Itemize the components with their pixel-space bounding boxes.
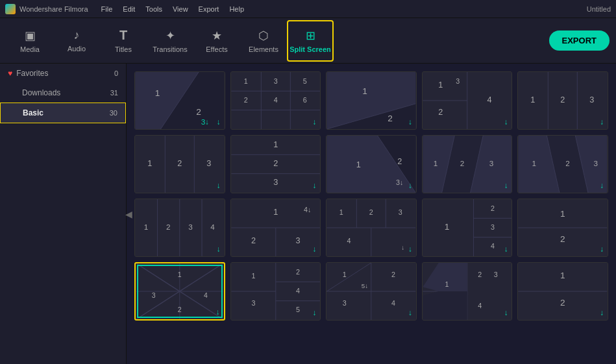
svg-text:3: 3 xyxy=(491,223,495,231)
downloads-label: Downloads xyxy=(22,88,110,97)
grid-row-1: 1 2 3↓ ↓ 1 3 5 2 4 xyxy=(134,71,608,130)
download-icon: ↓ xyxy=(504,117,508,127)
toolbar-media[interactable]: ▣ Media xyxy=(6,20,53,62)
toolbar-titles[interactable]: T Titles xyxy=(100,20,147,62)
svg-text:2: 2 xyxy=(369,208,373,216)
split-card[interactable]: 1 2 3↓ ↓ xyxy=(326,135,417,193)
download-icon: ↓ xyxy=(600,181,604,190)
media-label: Media xyxy=(20,45,40,53)
downloads-count: 31 xyxy=(110,89,118,97)
transitions-icon: ✦ xyxy=(166,29,175,43)
svg-text:3: 3 xyxy=(295,236,300,245)
sidebar: ♥ Favorites 0 Downloads 31 Basic 30 ◀ xyxy=(0,64,127,364)
svg-text:4: 4 xyxy=(296,287,300,295)
split-card[interactable]: 1 2 ↓ xyxy=(517,199,608,257)
svg-text:5↓: 5↓ xyxy=(362,282,368,289)
split-card[interactable]: 1 2 3↓ ↓ xyxy=(134,71,225,130)
split-card[interactable]: 1 2 3 4 5↓ ↓ xyxy=(326,262,417,321)
split-card[interactable]: 1 2 4 3 ↓ xyxy=(422,71,513,130)
svg-text:5: 5 xyxy=(296,306,300,313)
svg-text:2: 2 xyxy=(388,114,393,123)
download-icon: ↓ xyxy=(312,181,316,190)
download-icon: ↓ xyxy=(408,308,412,317)
media-icon: ▣ xyxy=(25,29,36,43)
favorites-count: 0 xyxy=(114,69,118,77)
split-card[interactable]: 1 2 3 ↓ xyxy=(134,135,225,193)
svg-text:3: 3 xyxy=(399,208,402,216)
svg-text:1: 1 xyxy=(339,208,343,216)
split-card[interactable]: 1 2 3 4 ↓ xyxy=(422,262,513,321)
toolbar-elements[interactable]: ⬡ Elements xyxy=(240,20,287,62)
toolbar-split-screen[interactable]: ⊞ Split Screen xyxy=(287,20,334,62)
svg-text:2: 2 xyxy=(243,96,247,104)
app-name: Wondershare Filmora xyxy=(19,5,88,13)
split-card[interactable]: 1 2 3 4 ↓ ↓ xyxy=(326,199,417,257)
split-card[interactable]: 1 2 3 4 ↓ xyxy=(422,199,513,257)
svg-text:3: 3 xyxy=(489,159,493,167)
menu-edit[interactable]: Edit xyxy=(123,5,135,13)
svg-text:2: 2 xyxy=(397,156,402,166)
svg-text:1: 1 xyxy=(251,272,255,280)
effects-label: Effects xyxy=(206,45,227,53)
svg-text:3: 3 xyxy=(343,299,347,307)
menu-view[interactable]: View xyxy=(173,5,188,13)
split-card[interactable]: 1 2 3 4 5 ↓ xyxy=(230,262,321,321)
svg-text:1: 1 xyxy=(178,271,182,278)
svg-text:1: 1 xyxy=(155,88,160,98)
sidebar-item-basic[interactable]: Basic 30 xyxy=(0,103,126,123)
svg-rect-99 xyxy=(423,199,511,256)
svg-text:4: 4 xyxy=(204,291,208,299)
svg-text:3: 3 xyxy=(152,291,156,299)
svg-text:4: 4 xyxy=(478,302,482,309)
split-card-selected[interactable]: 1 3 4 2 ↓ xyxy=(134,262,225,321)
toolbar-transitions[interactable]: ✦ Transitions xyxy=(147,20,193,62)
svg-text:2: 2 xyxy=(296,268,300,276)
audio-icon: ♪ xyxy=(74,29,80,42)
menu-export[interactable]: Export xyxy=(199,5,219,13)
svg-text:2: 2 xyxy=(438,107,443,117)
download-icon: ↓ xyxy=(312,117,316,127)
effects-icon: ★ xyxy=(212,29,222,43)
split-card[interactable]: 1 3 5 2 4 6 ↓ xyxy=(230,71,321,130)
menu-tools[interactable]: Tools xyxy=(145,5,162,13)
sidebar-item-downloads[interactable]: Downloads 31 xyxy=(0,83,126,103)
svg-text:3: 3 xyxy=(494,271,498,278)
download-icon: ↓ xyxy=(504,245,508,254)
split-card[interactable]: 1 2 3 ↓ xyxy=(422,135,513,193)
menu-help[interactable]: Help xyxy=(229,5,244,13)
sidebar-item-favorites[interactable]: ♥ Favorites 0 xyxy=(0,64,126,83)
split-card[interactable]: 1 2 3 4 ↓ xyxy=(134,199,225,257)
split-card[interactable]: 1 2 ↓ xyxy=(326,71,417,130)
collapse-arrow[interactable]: ◀ xyxy=(125,209,132,219)
title-bar: Wondershare Filmora File Edit Tools View… xyxy=(0,0,616,18)
split-card[interactable]: 1 2 3 ↓ xyxy=(230,135,321,193)
toolbar-audio[interactable]: ♪ Audio xyxy=(53,20,100,62)
svg-text:1: 1 xyxy=(356,160,361,169)
split-card[interactable]: 1 2 3 ↓ xyxy=(517,135,608,193)
svg-text:2: 2 xyxy=(478,271,482,278)
titles-icon: T xyxy=(119,28,127,43)
svg-text:1: 1 xyxy=(273,140,278,149)
svg-text:2: 2 xyxy=(177,158,182,168)
toolbar-effects[interactable]: ★ Effects xyxy=(193,20,240,62)
svg-text:3: 3 xyxy=(251,299,255,307)
svg-text:4: 4 xyxy=(391,299,395,307)
download-icon: ↓ xyxy=(600,245,604,254)
split-screen-label: Split Screen xyxy=(290,45,331,53)
download-icon: ↓ xyxy=(217,117,221,127)
svg-text:3: 3 xyxy=(456,77,460,85)
menu-file[interactable]: File xyxy=(101,5,113,13)
download-icon: ↓ xyxy=(408,117,412,127)
svg-text:6: 6 xyxy=(302,96,306,104)
split-card[interactable]: 1 2 3 ↓ xyxy=(517,71,608,130)
split-card[interactable]: 1 2 ↓ xyxy=(517,262,608,321)
svg-text:3: 3 xyxy=(188,223,193,231)
svg-text:3: 3 xyxy=(273,77,277,85)
export-button[interactable]: EXPORT xyxy=(549,30,610,51)
svg-text:3: 3 xyxy=(206,158,211,168)
split-card[interactable]: 1 2 3 4↓ ↓ xyxy=(230,199,321,257)
svg-text:2: 2 xyxy=(560,234,565,244)
basic-count: 30 xyxy=(110,109,117,117)
svg-text:↓: ↓ xyxy=(401,244,404,251)
app-icon xyxy=(5,4,16,14)
